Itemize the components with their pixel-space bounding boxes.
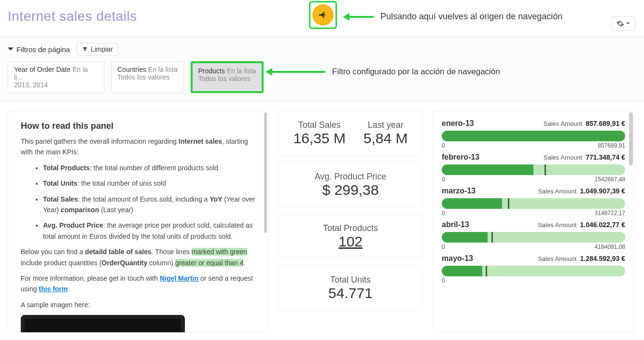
chip-val: 2013, 2014 xyxy=(14,81,98,89)
help-sample-label: A sample imagen here: xyxy=(21,299,255,310)
bar-track[interactable] xyxy=(442,232,625,243)
kpi-total-sales-label: Total Sales xyxy=(293,120,345,130)
bar-amount: Sales Amount 771.348,74 € xyxy=(544,153,625,161)
bar-month: enero-13 xyxy=(442,119,474,128)
chip-op: En la lista xyxy=(148,66,178,73)
bar-row: marzo-13Sales Amount 1.049.907,39 €03149… xyxy=(442,187,625,217)
bar-amount: Sales Amount 1.049.907,39 € xyxy=(538,187,625,195)
bar-track[interactable] xyxy=(442,198,625,209)
contact-link[interactable]: Nigel Martin xyxy=(160,274,198,282)
bar-range: 04184091,08 xyxy=(442,244,625,250)
kpi-avg: Avg. Product Price $ 299,38 xyxy=(278,163,423,207)
help-title: How to read this panel xyxy=(21,121,255,131)
filter-chip-countries[interactable]: Countries En la lista Todos los valores xyxy=(111,61,184,93)
page-title: Internet sales details xyxy=(8,9,137,24)
bar-amount: Sales Amount 1.046.022,77 € xyxy=(538,221,625,229)
chip-label: Countries xyxy=(117,66,146,73)
kpi-products-value[interactable]: 102 xyxy=(284,233,417,250)
annotation-filter-text: Filtro configurado por la acción de nave… xyxy=(332,67,500,77)
kpi-last-year-label: Last year xyxy=(364,120,408,130)
sample-image xyxy=(21,315,185,333)
bar-month: mayo-13 xyxy=(442,254,473,263)
bar-row: mayo-13Sales Amount 1.284.592,93 €0 xyxy=(442,254,625,284)
bar-amount: Sales Amount 857.689,91 € xyxy=(544,120,625,127)
bar-month: abril-13 xyxy=(442,220,469,229)
help-li-units: Total Units: the total number of unis so… xyxy=(43,178,255,189)
chip-label: Year of Order Date xyxy=(14,66,70,73)
chip-label: Products xyxy=(198,67,225,75)
bar-month: marzo-13 xyxy=(442,187,476,195)
bar-month: febrero-13 xyxy=(442,153,479,162)
scrollbar[interactable] xyxy=(264,112,267,233)
kpi-units-value: 54.771 xyxy=(284,285,417,301)
filters-label: Filtros de página xyxy=(16,45,70,54)
bar-range: 0857689,91 xyxy=(442,142,625,149)
scrollbar[interactable] xyxy=(629,112,633,165)
arrow-left-icon xyxy=(318,10,328,20)
help-li-sales: Total Sales: the total amount of Euros s… xyxy=(43,194,255,216)
bar-range: 01542697,48 xyxy=(442,176,625,183)
form-link[interactable]: this form xyxy=(39,285,68,293)
kpi-products: Total Products 102 xyxy=(278,214,423,259)
kpi-sales: Total Sales 16,35 M Last year 5,84 M xyxy=(278,111,423,156)
help-table-note: Below you can find a detaild table of sa… xyxy=(21,246,255,268)
kpi-units-label: Total Units xyxy=(284,275,417,285)
bar-row: abril-13Sales Amount 1.046.022,77 €04184… xyxy=(442,220,625,250)
bar-track[interactable] xyxy=(442,266,625,276)
annotation-arrow-filter: Filtro configurado por la acción de nave… xyxy=(266,67,500,77)
monthly-bars-panel: enero-13Sales Amount 857.689,91 €0857689… xyxy=(433,111,634,333)
chip-val: Todos los valores xyxy=(117,73,178,81)
bar-amount: Sales Amount 1.284.592,93 € xyxy=(538,255,625,262)
chevron-down-icon xyxy=(8,46,14,52)
kpi-total-sales-value: 16,35 M xyxy=(293,130,345,147)
help-contact: For more information, please get in touc… xyxy=(21,273,255,295)
clear-filters-button[interactable]: Limpiar xyxy=(77,43,118,55)
chip-op: En la lista xyxy=(227,67,256,75)
settings-button[interactable] xyxy=(611,16,635,31)
filters-toggle[interactable]: Filtros de página xyxy=(8,45,70,54)
kpi-avg-value: $ 299,38 xyxy=(284,182,417,198)
kpi-avg-label: Avg. Product Price xyxy=(284,172,417,182)
back-button-highlight xyxy=(309,1,337,29)
funnel-icon xyxy=(82,46,88,52)
bar-range: 03149722,17 xyxy=(442,210,625,217)
help-panel: How to read this panel This panel gather… xyxy=(8,111,268,333)
help-intro: This panel gathers the overall informaci… xyxy=(21,136,255,158)
kpi-products-label: Total Products xyxy=(284,223,417,233)
chip-val: Todos los valores xyxy=(198,75,256,82)
back-button[interactable] xyxy=(312,4,334,26)
clear-label: Limpiar xyxy=(91,45,113,53)
kpi-units: Total Units 54.771 xyxy=(278,266,423,311)
annotation-arrow-back: Pulsando aquí vuelves al origen de naveg… xyxy=(343,12,562,22)
bar-track[interactable] xyxy=(442,131,625,141)
bar-row: febrero-13Sales Amount 771.348,74 €01542… xyxy=(442,153,625,183)
bar-track[interactable] xyxy=(442,164,625,175)
help-li-avg: Avg. Product Price: the average price pe… xyxy=(43,220,255,242)
caret-down-icon xyxy=(626,22,630,26)
kpi-last-year-value: 5,84 M xyxy=(364,130,408,147)
gear-icon xyxy=(616,20,624,27)
bar-range: 0 xyxy=(442,277,625,284)
filter-chip-year[interactable]: Year of Order Date En la li... 2013, 201… xyxy=(8,61,104,93)
filter-chip-products[interactable]: Products En la lista Todos los valores xyxy=(191,61,264,93)
help-li-products: Total Products: the total number of diff… xyxy=(43,163,255,173)
annotation-back-text: Pulsando aquí vuelves al origen de naveg… xyxy=(380,12,562,22)
bar-row: enero-13Sales Amount 857.689,91 €0857689… xyxy=(442,119,625,149)
